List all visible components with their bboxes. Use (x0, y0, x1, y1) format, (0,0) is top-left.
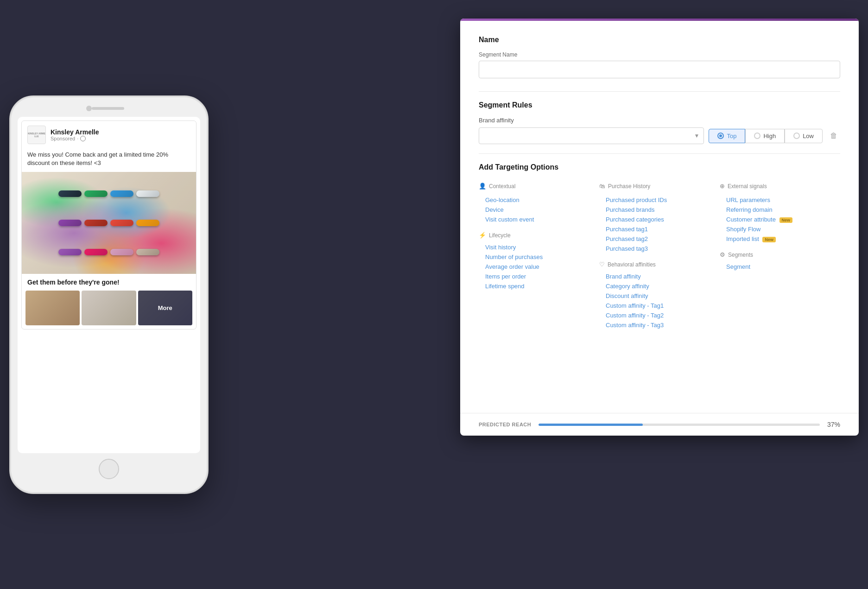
brand-affinity-select[interactable] (479, 127, 704, 144)
ad-sponsored: Sponsored · (51, 136, 190, 141)
ad-body-text: We miss you! Come back and get a limited… (22, 149, 196, 172)
segments-icon: ⚙ (720, 251, 725, 258)
trash-icon: 🗑 (830, 132, 837, 140)
targeting-title: Add Targeting Options (479, 163, 840, 171)
link-custom-affinity-tag1[interactable]: Custom affinity - Tag1 (599, 301, 710, 310)
thumbnail-3: More (138, 291, 192, 325)
ad-logo: KINSLEY ARMELLE (27, 126, 46, 144)
name-section-title: Name (479, 36, 840, 44)
phone-home-button[interactable] (99, 459, 119, 479)
link-category-affinity[interactable]: Category affinity (599, 281, 710, 291)
link-customer-attribute[interactable]: Customer attribute New (720, 215, 831, 224)
predicted-reach-bar: PREDICTED REACH 37% (460, 413, 859, 436)
radio-low[interactable]: Low (785, 129, 823, 143)
ad-brand-name: Kinsley Armelle (51, 128, 190, 136)
segments-header: ⚙ Segments (720, 251, 831, 258)
affinity-radio-group: Top High Low (709, 129, 823, 143)
progress-bar-container (539, 424, 820, 426)
phone-camera (86, 106, 92, 111)
link-imported-list[interactable]: Imported list New (720, 234, 831, 244)
thumbnail-2 (82, 291, 136, 325)
globe-icon (80, 136, 86, 141)
ad-brand-info: Kinsley Armelle Sponsored · (51, 128, 190, 141)
lifecycle-header: ⚡ Lifecycle (479, 232, 590, 239)
crystal-display (22, 172, 196, 274)
panel-content: Name Segment Name Segment Rules Brand af… (460, 21, 859, 413)
behavioral-icon: ♡ (599, 261, 605, 268)
segment-name-group: Segment Name (479, 51, 840, 78)
external-signals-header: ⊕ External signals (720, 183, 831, 190)
lifecycle-icon: ⚡ (479, 232, 486, 239)
phone-mockup: KINSLEY ARMELLE Kinsley Armelle Sponsore… (9, 95, 209, 494)
segment-rules-title: Segment Rules (479, 101, 840, 109)
link-segment[interactable]: Segment (720, 262, 831, 272)
link-custom-affinity-tag2[interactable]: Custom affinity - Tag2 (599, 310, 710, 320)
segment-name-input[interactable] (479, 61, 840, 78)
brand-affinity-section: Brand affinity ▼ Top (479, 117, 840, 144)
link-brand-affinity[interactable]: Brand affinity (599, 272, 710, 281)
link-items-per-order[interactable]: Items per order (479, 272, 590, 281)
link-shopify-flow[interactable]: Shopify Flow (720, 224, 831, 234)
link-url-parameters[interactable]: URL parameters (720, 195, 831, 205)
radio-high[interactable]: High (745, 129, 785, 143)
ad-product-image (22, 172, 196, 274)
radio-dot-high (754, 133, 760, 139)
link-visit-custom-event[interactable]: Visit custom event (479, 215, 590, 224)
link-purchased-tag2[interactable]: Purchased tag2 (599, 234, 710, 244)
imported-list-new-badge: New (762, 237, 776, 242)
ad-bottom-text: Get them before they're gone! (22, 274, 196, 291)
link-device[interactable]: Device (479, 205, 590, 215)
phone-screen: KINSLEY ARMELLE Kinsley Armelle Sponsore… (18, 117, 200, 453)
contextual-header: 👤 Contextual (479, 183, 590, 190)
link-lifetime-spend[interactable]: Lifetime spend (479, 281, 590, 291)
link-avg-order[interactable]: Average order value (479, 262, 590, 272)
phone-speaker (92, 107, 124, 110)
link-purchased-brands[interactable]: Purchased brands (599, 205, 710, 215)
ad-card: KINSLEY ARMELLE Kinsley Armelle Sponsore… (21, 120, 196, 329)
phone-notch (18, 106, 200, 111)
link-discount-affinity[interactable]: Discount affinity (599, 291, 710, 301)
customer-attribute-new-badge: New (779, 217, 793, 223)
segment-panel: Name Segment Name Segment Rules Brand af… (460, 19, 859, 436)
divider-2 (479, 153, 840, 154)
col-external-segments: ⊕ External signals URL parameters Referr… (720, 183, 840, 330)
brand-affinity-controls: ▼ Top High Low (479, 127, 840, 144)
col-purchase-behavioral: 🛍 Purchase History Purchased product IDs… (599, 183, 720, 330)
col-contextual-lifecycle: 👤 Contextual Geo-location Device Visit c… (479, 183, 599, 330)
link-geo-location[interactable]: Geo-location (479, 195, 590, 205)
link-visit-history[interactable]: Visit history (479, 242, 590, 252)
link-purchased-categories[interactable]: Purchased categories (599, 215, 710, 224)
link-purchased-tag1[interactable]: Purchased tag1 (599, 224, 710, 234)
radio-dot-top (717, 133, 724, 139)
link-custom-affinity-tag3[interactable]: Custom affinity - Tag3 (599, 320, 710, 330)
link-number-purchases[interactable]: Number of purchases (479, 252, 590, 262)
brand-affinity-select-wrapper: ▼ (479, 127, 704, 144)
behavioral-header: ♡ Behavioral affinities (599, 261, 710, 268)
contextual-icon: 👤 (479, 183, 486, 190)
link-referring-domain[interactable]: Referring domain (720, 205, 831, 215)
phone-frame: KINSLEY ARMELLE Kinsley Armelle Sponsore… (9, 95, 209, 494)
progress-bar-fill (539, 424, 642, 426)
divider-1 (479, 91, 840, 92)
segment-name-label: Segment Name (479, 51, 840, 58)
predicted-reach-label: PREDICTED REACH (479, 422, 531, 427)
ad-header: KINSLEY ARMELLE Kinsley Armelle Sponsore… (22, 121, 196, 149)
reach-percent-value: 37% (827, 421, 840, 428)
radio-top[interactable]: Top (709, 129, 745, 143)
purchase-history-header: 🛍 Purchase History (599, 183, 710, 190)
brand-affinity-label: Brand affinity (479, 117, 840, 124)
purchase-icon: 🛍 (599, 183, 605, 190)
link-purchased-tag3[interactable]: Purchased tag3 (599, 244, 710, 253)
targeting-section: Add Targeting Options 👤 Contextual Geo-l… (479, 163, 840, 330)
radio-dot-low (793, 133, 800, 139)
targeting-columns: 👤 Contextual Geo-location Device Visit c… (479, 183, 840, 330)
scene: KINSLEY ARMELLE Kinsley Armelle Sponsore… (0, 0, 868, 589)
link-purchased-product-ids[interactable]: Purchased product IDs (599, 195, 710, 205)
delete-rule-button[interactable]: 🗑 (827, 129, 840, 142)
thumbnail-1 (25, 291, 80, 325)
more-label: More (138, 291, 192, 325)
ad-thumbnails: More (22, 291, 196, 329)
external-icon: ⊕ (720, 183, 725, 190)
